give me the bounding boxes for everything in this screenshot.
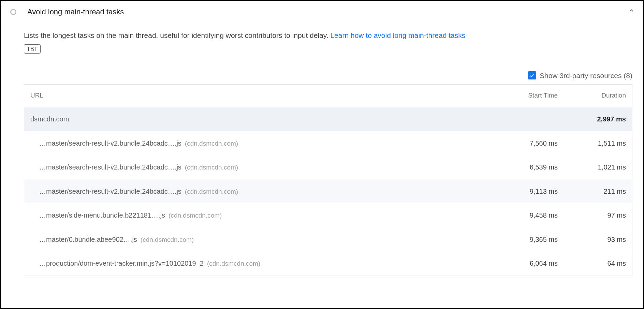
row-url: …master/search-result-v2.bundle.24bcadc…… bbox=[39, 138, 489, 149]
third-party-toggle-row: Show 3rd-party resources (8) bbox=[24, 70, 632, 81]
row-duration: 1,021 ms bbox=[558, 162, 626, 172]
row-start-time: 6,539 ms bbox=[489, 162, 558, 172]
table-row[interactable]: …master/search-result-v2.bundle.24bcadc…… bbox=[24, 131, 632, 156]
tasks-table: URL Start Time Duration dsmcdn.com 2,997… bbox=[24, 84, 632, 276]
row-url: …production/dom-event-tracker.min.js?v=1… bbox=[39, 258, 489, 269]
row-duration: 97 ms bbox=[558, 210, 626, 220]
col-header-url: URL bbox=[30, 91, 489, 101]
metric-badge: TBT bbox=[24, 44, 41, 54]
table-row[interactable]: …master/search-result-v2.bundle.24bcadc…… bbox=[24, 155, 632, 179]
row-duration: 1,511 ms bbox=[558, 138, 626, 148]
row-start-time: 9,365 ms bbox=[489, 234, 558, 245]
row-duration: 93 ms bbox=[558, 234, 626, 245]
row-duration: 211 ms bbox=[558, 186, 626, 196]
url-host: (cdn.dsmcdn.com) bbox=[169, 212, 222, 219]
url-path: …master/side-menu.bundle.b221181….js bbox=[39, 211, 165, 219]
row-start-time: 9,458 ms bbox=[489, 210, 558, 220]
status-circle-icon bbox=[10, 9, 16, 15]
url-path: …master/search-result-v2.bundle.24bcadc…… bbox=[39, 188, 181, 195]
col-header-start: Start Time bbox=[489, 91, 558, 101]
audit-header[interactable]: Avoid long main-thread tasks bbox=[1, 1, 643, 23]
row-url: …master/search-result-v2.bundle.24bcadc…… bbox=[39, 162, 489, 173]
group-start bbox=[489, 114, 558, 124]
third-party-label: Show 3rd-party resources (8) bbox=[540, 70, 632, 81]
url-host: (cdn.dsmcdn.com) bbox=[185, 140, 238, 147]
row-start-time: 9,113 ms bbox=[489, 186, 558, 196]
url-path: …master/search-result-v2.bundle.24bcadc…… bbox=[39, 139, 181, 147]
url-path: …production/dom-event-tracker.min.js?v=1… bbox=[39, 260, 204, 267]
url-path: …master/0.bundle.abee902….js bbox=[39, 236, 137, 243]
url-host: (cdn.dsmcdn.com) bbox=[185, 188, 238, 195]
table-row[interactable]: …production/dom-event-tracker.min.js?v=1… bbox=[24, 251, 632, 276]
url-host: (cdn.dsmcdn.com) bbox=[141, 236, 194, 243]
learn-more-link[interactable]: Learn how to avoid long main-thread task… bbox=[330, 31, 465, 39]
table-header-row: URL Start Time Duration bbox=[24, 85, 632, 107]
audit-panel: Avoid long main-thread tasks Lists the l… bbox=[0, 0, 644, 309]
third-party-checkbox[interactable] bbox=[528, 71, 536, 79]
row-url: …master/side-menu.bundle.b221181….js(cdn… bbox=[39, 210, 489, 221]
table-row[interactable]: …master/search-result-v2.bundle.24bcadc…… bbox=[24, 179, 632, 204]
row-start-time: 7,560 ms bbox=[489, 138, 558, 148]
row-url: …master/search-result-v2.bundle.24bcadc…… bbox=[39, 186, 489, 197]
url-host: (cdn.dsmcdn.com) bbox=[207, 260, 260, 267]
audit-body: Lists the longest tasks on the main thre… bbox=[1, 23, 643, 283]
row-start-time: 6,064 ms bbox=[489, 258, 558, 268]
url-path: …master/search-result-v2.bundle.24bcadc…… bbox=[39, 163, 181, 171]
chevron-up-icon[interactable] bbox=[628, 7, 635, 17]
row-duration: 64 ms bbox=[558, 258, 626, 268]
group-duration: 2,997 ms bbox=[558, 114, 626, 124]
group-label: dsmcdn.com bbox=[30, 114, 489, 124]
table-row[interactable]: …master/side-menu.bundle.b221181….js(cdn… bbox=[24, 203, 632, 227]
row-url: …master/0.bundle.abee902….js(cdn.dsmcdn.… bbox=[39, 234, 489, 245]
audit-description: Lists the longest tasks on the main thre… bbox=[24, 30, 632, 41]
col-header-duration: Duration bbox=[558, 91, 626, 101]
table-row[interactable]: …master/0.bundle.abee902….js(cdn.dsmcdn.… bbox=[24, 227, 632, 252]
table-group-row[interactable]: dsmcdn.com 2,997 ms bbox=[24, 107, 632, 131]
audit-title: Avoid long main-thread tasks bbox=[27, 6, 628, 17]
url-host: (cdn.dsmcdn.com) bbox=[185, 164, 238, 171]
description-text: Lists the longest tasks on the main thre… bbox=[24, 31, 330, 39]
